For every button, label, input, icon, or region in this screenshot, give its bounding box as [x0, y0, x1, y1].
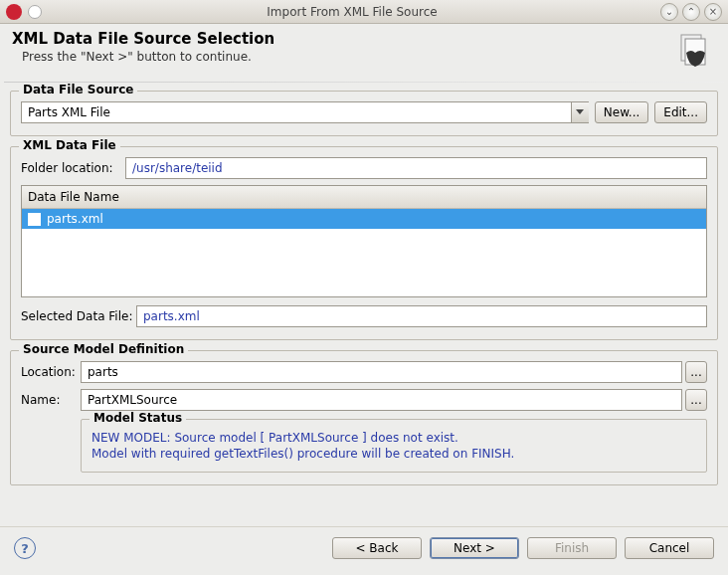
wizard-footer: ? < Back Next > Finish Cancel — [0, 526, 728, 575]
file-row[interactable]: ✓ parts.xml — [22, 209, 706, 229]
folder-location-value: /usr/share/teiid — [125, 157, 707, 179]
cancel-button[interactable]: Cancel — [625, 537, 714, 559]
group-label-xml-data-file: XML Data File — [19, 138, 120, 152]
app-icon-secondary — [28, 5, 42, 19]
file-checkbox[interactable]: ✓ — [28, 213, 41, 226]
wizard-icon — [674, 30, 716, 72]
maximize-button[interactable]: ⌃ — [682, 3, 700, 21]
location-label: Location: — [21, 365, 81, 379]
selected-file-label: Selected Data File: — [21, 309, 136, 323]
app-icon — [6, 4, 22, 20]
wizard-header: XML Data File Source Selection Press the… — [0, 24, 728, 82]
data-source-selected: Parts XML File — [28, 105, 110, 119]
next-button[interactable]: Next > — [430, 537, 519, 559]
window-title: Import From XML File Source — [48, 5, 656, 19]
name-label: Name: — [21, 393, 81, 407]
titlebar: Import From XML File Source ⌄ ⌃ × — [0, 0, 728, 24]
browse-name-button[interactable]: ... — [685, 389, 707, 411]
source-model-group: Source Model Definition Location: parts … — [10, 350, 718, 485]
group-label-source-model: Source Model Definition — [19, 342, 188, 356]
model-status-label: Model Status — [90, 411, 186, 425]
edit-button[interactable]: Edit... — [654, 101, 707, 123]
selected-file-value: parts.xml — [136, 305, 707, 327]
xml-data-file-group: XML Data File Folder location: /usr/shar… — [10, 146, 718, 340]
back-button[interactable]: < Back — [332, 537, 422, 559]
help-button[interactable]: ? — [14, 537, 36, 559]
close-button[interactable]: × — [704, 3, 722, 21]
minimize-button[interactable]: ⌄ — [660, 3, 678, 21]
new-button[interactable]: New... — [595, 101, 649, 123]
dropdown-arrow-icon — [571, 102, 589, 122]
finish-button: Finish — [527, 537, 617, 559]
name-field[interactable] — [81, 389, 682, 411]
browse-location-button[interactable]: ... — [685, 361, 707, 383]
data-file-source-group: Data File Source Parts XML File New... E… — [10, 91, 718, 136]
group-label-data-file-source: Data File Source — [19, 83, 137, 96]
file-table: Data File Name ✓ parts.xml — [21, 185, 707, 297]
data-source-dropdown[interactable]: Parts XML File — [21, 101, 589, 123]
model-status-box: Model Status NEW MODEL: Source model [ P… — [81, 419, 707, 473]
model-status-line2: Model with required getTextFiles() proce… — [91, 446, 696, 462]
folder-location-label: Folder location: — [21, 161, 125, 175]
file-table-header[interactable]: Data File Name — [22, 186, 706, 209]
location-value: parts — [81, 361, 682, 383]
file-name: parts.xml — [47, 212, 103, 226]
model-status-line1: NEW MODEL: Source model [ PartXMLSource … — [91, 430, 696, 446]
page-subtitle: Press the "Next >" button to continue. — [22, 50, 674, 64]
file-table-body[interactable]: ✓ parts.xml — [22, 209, 706, 296]
page-title: XML Data File Source Selection — [12, 30, 674, 48]
